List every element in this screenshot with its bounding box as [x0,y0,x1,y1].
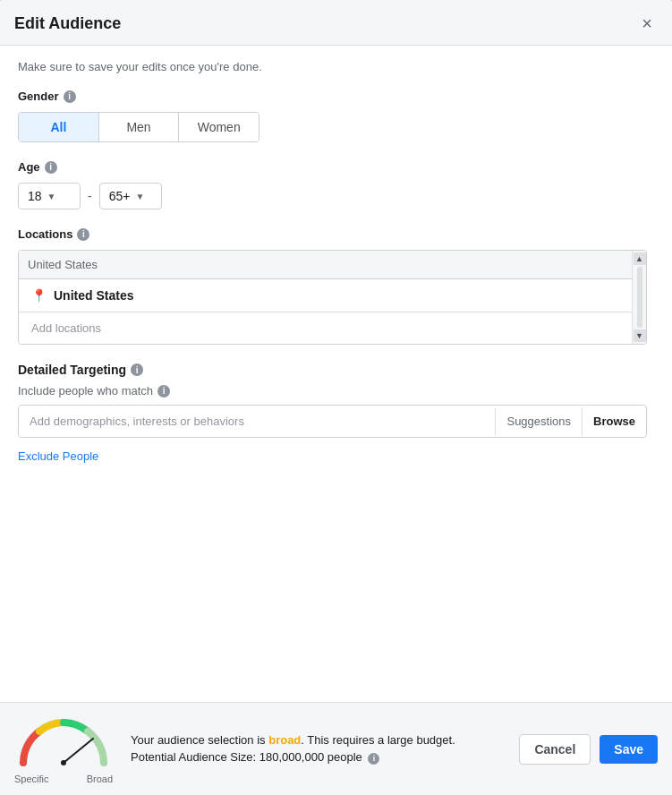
modal-title: Edit Audience [14,14,121,33]
targeting-input-box: Suggestions Browse [18,405,647,438]
detailed-targeting-section: Detailed Targeting i Include people who … [18,363,647,463]
gauge-labels: Specific Broad [14,774,113,784]
gender-info-icon[interactable]: i [64,90,76,103]
modal-footer: Specific Broad Your audience selection i… [0,702,672,795]
footer-actions: Cancel Save [519,734,658,765]
notice-text: Make sure to save your edits once you're… [18,60,647,73]
audience-size-info-icon[interactable]: i [368,753,379,765]
locations-box: United States 📍 United States Add locati… [18,250,647,345]
age-info-icon[interactable]: i [45,161,57,174]
suggestions-button[interactable]: Suggestions [496,407,582,435]
locations-scroll-up[interactable]: ▲ [634,252,646,265]
gauge-chart [14,714,113,772]
age-label: Age i [18,160,647,174]
pin-icon: 📍 [31,288,47,303]
gender-label: Gender i [18,90,647,103]
age-min-chevron: ▼ [47,192,56,201]
broad-word: broad [268,733,301,747]
age-max-select[interactable]: 65+ ▼ [99,183,162,209]
locations-inner: United States 📍 United States Add locati… [19,251,646,344]
cancel-button[interactable]: Cancel [519,734,591,765]
age-section: Age i 18 ▼ - 65+ ▼ [18,160,647,209]
detailed-targeting-info-icon[interactable]: i [131,363,143,376]
age-min-select[interactable]: 18 ▼ [18,183,81,209]
age-max-value: 65+ [109,189,131,203]
modal-header: Edit Audience × [0,0,672,46]
location-name: United States [54,288,133,303]
locations-label: Locations i [18,227,647,241]
gauge-broad-label: Broad [87,774,113,784]
gauge-specific-label: Specific [14,774,49,784]
locations-section: Locations i United States 📍 United State… [18,227,647,345]
save-button[interactable]: Save [600,735,658,764]
svg-point-1 [61,760,66,765]
modal-body: Make sure to save your edits once you're… [0,46,672,702]
age-row: 18 ▼ - 65+ ▼ [18,183,647,209]
targeting-input[interactable] [19,406,495,437]
locations-header: United States [19,251,632,279]
footer-gauge: Specific Broad [14,714,113,784]
include-label: Include people who match i [18,384,647,398]
locations-content: United States 📍 United States Add locati… [19,251,632,344]
detailed-targeting-label: Detailed Targeting i [18,363,647,377]
location-item: 📍 United States [19,279,632,312]
browse-button[interactable]: Browse [582,407,646,435]
gender-men-button[interactable]: Men [99,113,180,141]
edit-audience-modal: Edit Audience × Make sure to save your e… [0,0,672,795]
gender-button-group: All Men Women [18,112,259,142]
footer-info: Your audience selection is broad. This r… [131,733,519,764]
locations-search-text: United States [28,258,98,271]
age-min-value: 18 [28,189,42,203]
close-button[interactable]: × [636,13,658,34]
footer-message-prefix: Your audience selection is [131,733,268,747]
add-locations-placeholder: Add locations [31,321,101,335]
gender-all-button[interactable]: All [19,113,99,141]
exclude-people-link[interactable]: Exclude People [18,449,98,463]
locations-scrollbar: ▲ ▼ [632,251,646,344]
footer-message: Your audience selection is broad. This r… [131,733,519,747]
audience-size: Potential Audience Size: 180,000,000 peo… [131,750,519,764]
locations-scroll-track [637,267,642,328]
locations-scroll-down[interactable]: ▼ [634,329,646,342]
gender-women-button[interactable]: Women [179,113,259,141]
include-info-icon[interactable]: i [157,385,170,398]
age-max-chevron: ▼ [135,192,144,201]
age-dash: - [88,189,92,203]
footer-message-suffix: . This requires a large budget. [301,733,455,747]
add-locations-input[interactable]: Add locations [19,312,632,344]
svg-line-0 [64,739,93,763]
locations-info-icon[interactable]: i [77,228,89,241]
audience-size-text: Potential Audience Size: 180,000,000 peo… [131,750,362,764]
gender-section: Gender i All Men Women [18,90,647,142]
